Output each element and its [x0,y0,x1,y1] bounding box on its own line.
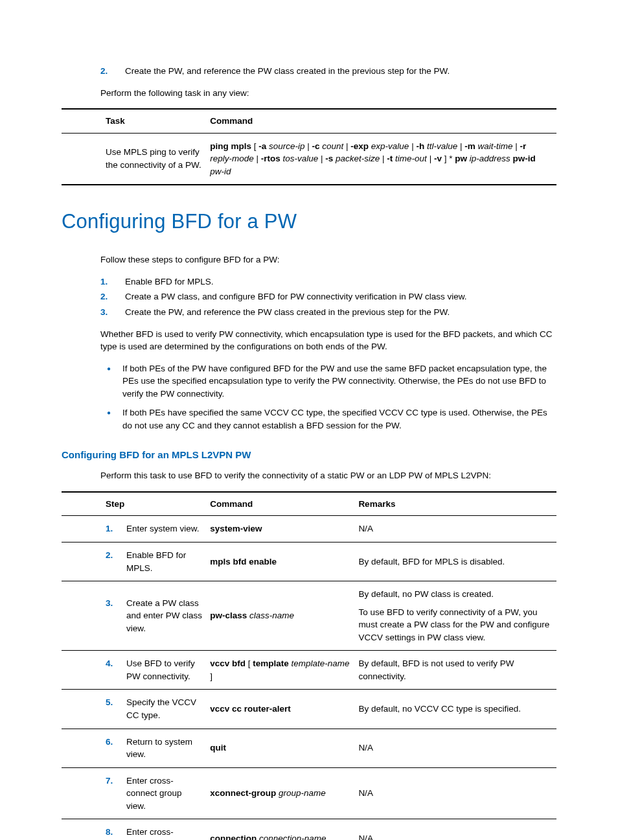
step-number: 3. [100,306,125,319]
step-number: 2. [106,549,126,562]
step-number: 7. [106,775,126,788]
command-cell: vccv cc router-alert [210,690,358,729]
remarks-cell: N/A [358,729,556,767]
step-text: Create a PW class and enter PW class vie… [126,597,203,635]
col-command: Command [210,109,556,133]
h3-intro: Perform this task to use BFD to verify t… [62,469,556,482]
command-cell: pw-class class-name [210,581,358,651]
col-task: Task [62,109,210,133]
command-cell: system-view [210,516,358,542]
col-step: Step [62,492,210,516]
step-text: Enter cross-connect view. [126,826,203,840]
step-cell: 3. Create a PW class and enter PW class … [62,581,210,651]
bullet-icon: ● [107,362,122,401]
step-number: 8. [106,826,126,839]
table-header-row: Task Command [62,109,556,133]
step-number: 1. [106,522,126,535]
col-remarks: Remarks [358,492,556,516]
table-row: 1. Enter system view. system-view N/A [62,516,556,542]
step-cell: 5. Specify the VCCV CC type. [62,690,210,729]
table-header-row: Step Command Remarks [62,492,556,516]
task-cell: Use MPLS ping to verify the connectivity… [62,133,210,185]
list-item: 2. Create a PW class, and configure BFD … [62,290,556,303]
step-cell: 1. Enter system view. [62,516,210,542]
intro-step-block: 2. Create the PW, and reference the PW c… [62,65,556,78]
bullet-text: If both PEs of the PW have configured BF… [122,362,556,401]
step-number: 1. [100,275,125,288]
command-cell: ping mpls [ -a source-ip | -c count | -e… [210,133,556,185]
step-cell: 6. Return to system view. [62,729,210,767]
table-row: 3. Create a PW class and enter PW class … [62,581,556,651]
list-item: 1. Enable BFD for MPLS. [62,275,556,288]
command-cell: xconnect-group group-name [210,767,358,819]
bullet-item: ● If both PEs of the PW have configured … [62,362,556,401]
heading-l2vpn-pw: Configuring BFD for an MPLS L2VPN PW [62,448,556,462]
step-text: Enter cross-connect group view. [126,775,203,813]
table-row: 7. Enter cross-connect group view. xconn… [62,767,556,819]
table-row: 5. Specify the VCCV CC type. vccv cc rou… [62,690,556,729]
step-number: 6. [106,736,126,749]
table-row: 8. Enter cross-connect view. connection … [62,819,556,840]
step-text: Create the PW, and reference the PW clas… [125,65,450,78]
step-text: Enable BFD for MPLS. [126,549,203,574]
command-cell: quit [210,729,358,767]
step-text: Enter system view. [126,522,200,535]
step-text: Specify the VCCV CC type. [126,696,203,721]
step-number: 2. [100,65,125,78]
remarks-cell: By default, no PW class is created. To u… [358,581,556,651]
step-number: 4. [106,657,126,670]
bullet-icon: ● [107,406,122,432]
step-cell: 4. Use BFD to verify PW connectivity. [62,651,210,690]
table-row: 4. Use BFD to verify PW connectivity. vc… [62,651,556,690]
task-table: Task Command Use MPLS ping to verify the… [62,108,556,185]
list-item: 3. Create the PW, and reference the PW c… [62,306,556,319]
step-number: 2. [100,290,125,303]
table-row: 2. Enable BFD for MPLS. mpls bfd enable … [62,542,556,581]
bfd-paragraph: Whether BFD is used to verify PW connect… [62,328,556,353]
bullet-text: If both PEs have specified the same VCCV… [122,406,556,432]
col-command: Command [210,492,358,516]
remarks-cell: By default, BFD is not used to verify PW… [358,651,556,690]
remarks-cell: By default, no VCCV CC type is specified… [358,690,556,729]
intro-task-line: Perform the following task in any view: [62,87,556,100]
step-cell: 2. Enable BFD for MPLS. [62,542,210,581]
remarks-cell: By default, BFD for MPLS is disabled. [358,542,556,581]
remarks-cell: N/A [358,767,556,819]
intro-step-item: 2. Create the PW, and reference the PW c… [62,65,556,78]
heading-configuring-bfd: Configuring BFD for a PW [62,207,556,237]
bullet-item: ● If both PEs have specified the same VC… [62,406,556,432]
step-text: Use BFD to verify PW connectivity. [126,657,203,682]
bfd-steps-table: Step Command Remarks 1. Enter system vie… [62,491,556,840]
command-cell: mpls bfd enable [210,542,358,581]
command-cell: vccv bfd [ template template-name ] [210,651,358,690]
table-row: 6. Return to system view. quit N/A [62,729,556,767]
bfd-steps: 1. Enable BFD for MPLS. 2. Create a PW c… [62,275,556,319]
remarks-cell: N/A [358,819,556,840]
command-cell: connection connection-name [210,819,358,840]
bfd-intro: Follow these steps to configure BFD for … [62,253,556,266]
step-cell: 7. Enter cross-connect group view. [62,767,210,819]
step-text: Return to system view. [126,736,203,761]
step-text: Create the PW, and reference the PW clas… [125,306,450,319]
bfd-bullets: ● If both PEs of the PW have configured … [62,362,556,432]
table-row: Use MPLS ping to verify the connectivity… [62,133,556,185]
step-number: 5. [106,696,126,709]
step-cell: 8. Enter cross-connect view. [62,819,210,840]
step-text: Create a PW class, and configure BFD for… [125,290,466,303]
step-text: Enable BFD for MPLS. [125,275,214,288]
step-number: 3. [106,597,126,610]
remarks-cell: N/A [358,516,556,542]
